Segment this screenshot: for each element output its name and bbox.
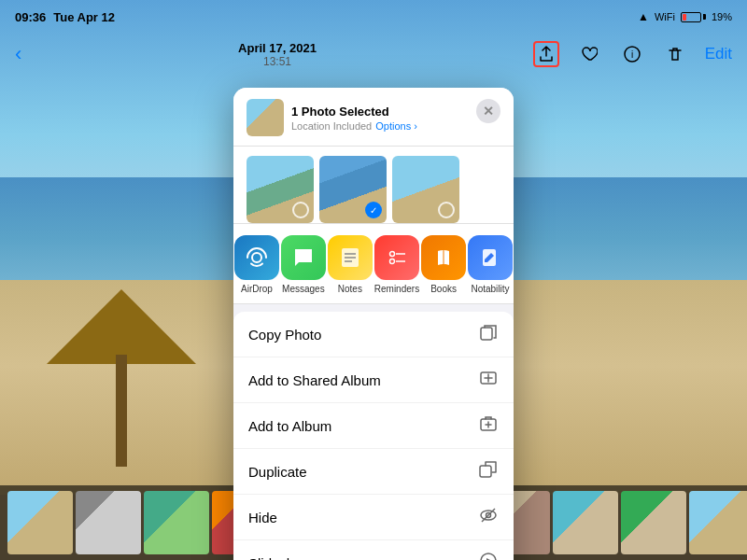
add-to-shared-album-label: Add to Shared Album [248,372,381,388]
duplicate-icon [478,460,499,483]
messages-icon [281,235,326,280]
strip-thumb-10[interactable] [621,491,686,554]
delete-button[interactable] [662,41,688,67]
add-to-album-icon [478,414,499,437]
photo-selection-row: ✓ [233,147,514,224]
add-to-album-label: Add to Album [248,418,331,434]
books-label: Books [430,284,457,294]
bg-hut [47,289,196,476]
svg-point-9 [389,259,394,264]
duplicate-label: Duplicate [248,464,307,480]
nav-time: 13:51 [263,55,291,68]
books-icon [421,235,466,280]
header-title: 1 Photo Selected [291,105,417,119]
share-sheet: 1 Photo Selected Location Included Optio… [233,88,514,560]
nav-actions: i Edit [533,41,732,67]
wifi-bars: WiFi [655,11,675,22]
action-list: Copy Photo Add to Shared Album Add to Al… [233,312,514,560]
nav-bar: ‹ April 17, 2021 13:51 i Edit [0,34,747,75]
close-button[interactable]: ✕ [476,99,500,123]
status-time: 09:36 [15,10,46,24]
hut-pole [116,355,127,467]
share-button[interactable] [533,41,559,67]
notability-label: Notability [471,284,509,294]
svg-point-20 [481,553,496,560]
wifi-icon: ▲ [638,10,649,23]
photo-select-circle-3 [438,202,455,218]
svg-point-7 [389,252,394,257]
hut-roof [47,289,196,364]
slideshow-icon [478,552,499,560]
action-duplicate[interactable]: Duplicate [233,449,514,495]
copy-photo-label: Copy Photo [248,327,321,343]
svg-rect-16 [480,466,491,477]
photo-check-2: ✓ [365,202,382,218]
header-subtitle: Location Included Options › [291,120,417,132]
photo-select-circle-1 [292,202,309,218]
status-day: Tue Apr 12 [53,10,115,24]
svg-point-2 [252,253,261,262]
app-messages[interactable]: Messages [281,235,326,294]
reminders-label: Reminders [374,284,419,294]
battery-cap [703,14,706,20]
reminders-icon [374,235,419,280]
options-link[interactable]: Options › [375,120,417,132]
photo-item-2[interactable]: ✓ [319,156,387,223]
strip-thumb-11[interactable] [689,491,747,554]
photo-item-3[interactable] [392,156,459,223]
header-info: 1 Photo Selected Location Included Optio… [291,105,417,132]
info-button[interactable]: i [619,41,645,67]
copy-photo-icon [478,323,499,345]
sheet-header-left: 1 Photo Selected Location Included Optio… [247,99,417,136]
svg-rect-13 [481,328,492,340]
action-copy-photo[interactable]: Copy Photo [233,312,514,357]
strip-thumb-9[interactable] [553,491,618,554]
nav-date: April 17, 2021 [238,41,317,55]
apps-row: AirDrop Messages Notes [233,224,514,304]
sheet-header: 1 Photo Selected Location Included Optio… [233,88,514,147]
svg-text:i: i [631,49,633,60]
battery-fill [683,14,686,21]
airdrop-icon [234,235,279,280]
hide-icon [478,506,499,528]
slideshow-label: Slideshow [248,555,312,561]
status-left: 09:36 Tue Apr 12 [15,10,115,24]
airdrop-label: AirDrop [241,284,273,294]
status-bar: 09:36 Tue Apr 12 ▲ WiFi 19% [0,0,747,34]
status-right: ▲ WiFi 19% [638,10,732,23]
notes-label: Notes [338,284,362,294]
strip-thumb-2[interactable] [76,491,141,554]
header-thumbnail [247,99,284,136]
action-add-to-album[interactable]: Add to Album [233,403,514,449]
action-slideshow[interactable]: Slideshow [233,540,514,560]
battery-body [681,12,701,22]
strip-thumb-1[interactable] [7,491,73,554]
app-books[interactable]: Books [421,235,466,294]
app-reminders[interactable]: Reminders [374,235,419,294]
battery-indicator [681,12,706,22]
battery-pct: 19% [712,11,732,22]
action-add-to-shared-album[interactable]: Add to Shared Album [233,357,514,403]
hide-label: Hide [248,510,277,525]
notes-icon [328,235,373,280]
heart-button[interactable] [576,41,602,67]
app-notability[interactable]: Notability [468,235,513,294]
action-hide[interactable]: Hide [233,495,514,540]
messages-label: Messages [282,284,325,294]
location-label: Location Included [291,120,372,132]
add-to-shared-album-icon [478,369,499,391]
app-airdrop[interactable]: AirDrop [234,235,279,294]
photo-item-1[interactable] [247,156,314,223]
app-notes[interactable]: Notes [328,235,373,294]
strip-thumb-3[interactable] [144,491,209,554]
back-button[interactable]: ‹ [15,42,21,66]
edit-button[interactable]: Edit [705,45,732,63]
notability-icon [468,235,513,280]
